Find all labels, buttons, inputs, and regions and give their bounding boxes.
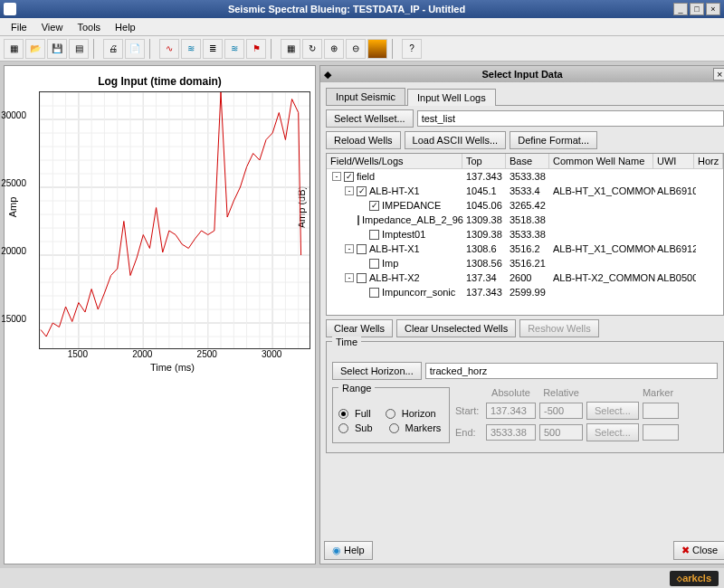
help-icon[interactable]: ? <box>402 39 422 59</box>
expand-icon[interactable]: - <box>332 172 341 181</box>
spectrum-icon[interactable]: ∿ <box>159 39 179 59</box>
select-wellset-button[interactable]: Select Wellset... <box>326 109 414 128</box>
menu-tools[interactable]: Tools <box>70 20 108 34</box>
marker-label: Marker <box>635 387 681 398</box>
start-marker-select: Select... <box>586 402 639 420</box>
reset-icon[interactable]: ↻ <box>302 39 322 59</box>
tree-item-label: Imptest01 <box>382 229 425 240</box>
tree-row[interactable]: Impedance_ALB_2_961309.383518.38 <box>327 213 723 227</box>
range-legend: Range <box>338 383 375 394</box>
select-horizon-button[interactable]: Select Horizon... <box>332 362 422 380</box>
db-icon[interactable]: ▦ <box>4 39 24 59</box>
print-icon[interactable]: 🖨 <box>103 39 123 59</box>
wellset-input[interactable] <box>417 110 724 127</box>
checkbox[interactable] <box>369 259 379 269</box>
input-data-panel: ◆ Select Input Data × Input Seismic Inpu… <box>319 65 724 564</box>
checkbox[interactable] <box>357 215 359 225</box>
tree-item-label: Impedance_ALB_2_96 <box>362 214 463 225</box>
expand-icon[interactable]: - <box>345 186 354 195</box>
col-uwi[interactable]: UWI <box>653 154 694 168</box>
reload-wells-button[interactable]: Reload Wells <box>326 131 401 149</box>
relative-label: Relative <box>539 387 583 398</box>
checkbox[interactable]: ✓ <box>369 201 379 211</box>
panel-icon: ◆ <box>324 69 331 81</box>
load-ascii-button[interactable]: Load ASCII Wells... <box>405 131 507 149</box>
checkbox[interactable] <box>357 244 367 254</box>
expand-icon[interactable]: - <box>345 244 354 253</box>
panel-title: Select Input Data <box>331 69 713 80</box>
tree-row[interactable]: -✓ALB-HT-X11045.13533.4ALB-HT_X1_COMMONA… <box>327 184 723 198</box>
chart-canvas <box>39 91 310 349</box>
checkbox[interactable] <box>369 230 379 240</box>
tab-input-seismic[interactable]: Input Seismic <box>326 88 405 105</box>
menu-view[interactable]: View <box>34 20 71 34</box>
grid-icon[interactable]: ▦ <box>281 39 300 59</box>
page-icon[interactable]: 📄 <box>125 39 145 59</box>
tree-row[interactable]: -ALB-HT-X11308.63516.2ALB-HT_X1_COMMONAL… <box>327 242 723 256</box>
panel-close-button[interactable]: × <box>713 68 724 81</box>
brand-logo: ◇arkcls <box>670 571 719 586</box>
checkbox[interactable] <box>357 273 367 283</box>
col-top[interactable]: Top <box>462 154 506 168</box>
horizon-input[interactable] <box>425 363 719 379</box>
zoom-out-icon[interactable]: ⊖ <box>346 39 366 59</box>
tree-row[interactable]: Imp1308.563516.21 <box>327 256 723 270</box>
radio-full[interactable] <box>338 409 348 419</box>
col-common[interactable]: Common Well Name <box>549 154 653 168</box>
reshow-wells-button[interactable]: Reshow Wells <box>519 319 599 337</box>
statusbar: ◇arkcls <box>0 568 724 588</box>
tree-item-label: ALB-HT-X1 <box>369 243 420 254</box>
checkbox[interactable]: ✓ <box>357 186 367 196</box>
toolbar: ▦ 📂 💾 ▤ 🖨 📄 ∿ ≋ ≣ ≋ ⚑ ▦ ↻ ⊕ ⊖ ? <box>0 36 724 62</box>
end-marker-select: Select... <box>586 423 639 441</box>
define-format-button[interactable]: Define Format... <box>510 131 597 149</box>
titlebar: Seismic Spectral Blueing: TESTDATA_IP - … <box>0 0 724 18</box>
app-icon <box>4 3 16 15</box>
clear-wells-button[interactable]: Clear Wells <box>326 319 393 337</box>
flag-icon[interactable]: ⚑ <box>246 39 266 59</box>
col-base[interactable]: Base <box>506 154 549 168</box>
start-label: Start: <box>455 405 482 416</box>
tree-item-label: IMPEDANCE <box>382 200 441 211</box>
palette-icon[interactable] <box>367 39 387 59</box>
col-horz[interactable]: Horz <box>694 154 723 168</box>
panel-titlebar: ◆ Select Input Data × <box>320 66 724 82</box>
checkbox[interactable] <box>369 288 379 298</box>
maximize-button[interactable]: □ <box>690 3 704 15</box>
radio-sub[interactable] <box>338 423 348 433</box>
expand-icon[interactable]: - <box>345 273 354 282</box>
chart-title: Log Input (time domain) <box>14 75 306 88</box>
tree-row[interactable]: Imptest011309.383533.38 <box>327 227 723 242</box>
start-abs-input <box>486 403 536 419</box>
menu-help[interactable]: Help <box>108 20 143 34</box>
tree-row[interactable]: Impuncorr_sonic137.3432599.99 <box>327 285 723 299</box>
checkbox[interactable]: ✓ <box>344 172 354 182</box>
save-icon[interactable]: 💾 <box>47 39 67 59</box>
tree-row[interactable]: ✓IMPEDANCE1045.063265.42 <box>327 198 723 213</box>
end-abs-input <box>486 424 536 441</box>
start-rel-input <box>539 403 583 419</box>
col-field[interactable]: Field/Wells/Logs <box>327 154 462 168</box>
list-icon[interactable]: ≣ <box>203 39 223 59</box>
tree-row[interactable]: -ALB-HT-X2137.342600ALB-HT-X2_COMMONALB0… <box>327 270 723 285</box>
help-button[interactable]: ◉ Help <box>324 541 373 560</box>
save2-icon[interactable]: ▤ <box>69 39 89 59</box>
close-button[interactable]: ✖ Close <box>673 541 724 560</box>
tab-input-well-logs[interactable]: Input Well Logs <box>407 89 496 106</box>
chart-area: Log Input (time domain) Amp Amp (dB) 150… <box>4 65 316 564</box>
close-window-button[interactable]: × <box>706 3 720 15</box>
tree-row[interactable]: -✓field137.3433533.38 <box>327 169 723 184</box>
wells-tree[interactable]: Field/Wells/Logs Top Base Common Well Na… <box>326 153 724 316</box>
waves-icon[interactable]: ≋ <box>181 39 201 59</box>
radio-horizon[interactable] <box>386 409 395 419</box>
process-icon[interactable]: ≋ <box>224 39 244 59</box>
radio-markers[interactable] <box>389 423 399 433</box>
zoom-in-icon[interactable]: ⊕ <box>324 39 344 59</box>
minimize-button[interactable]: _ <box>673 3 688 15</box>
absolute-label: Absolute <box>486 387 536 398</box>
open-icon[interactable]: 📂 <box>25 39 45 59</box>
menu-file[interactable]: File <box>4 20 34 34</box>
clear-unselected-button[interactable]: Clear Unselected Wells <box>396 319 516 337</box>
end-rel-input <box>539 424 583 441</box>
menubar: File View Tools Help <box>0 18 724 36</box>
